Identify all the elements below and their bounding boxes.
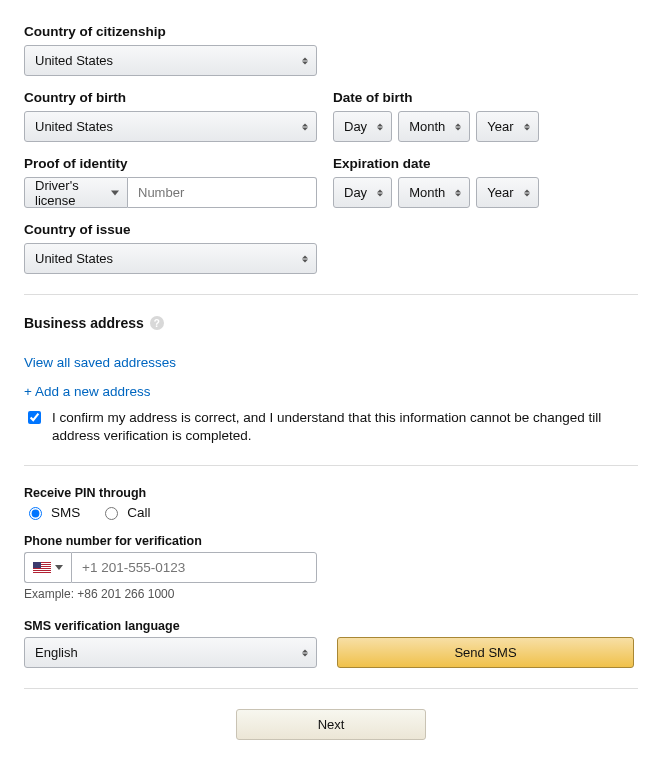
chevron-down-icon <box>111 190 119 195</box>
confirm-address-checkbox[interactable] <box>28 411 41 424</box>
exp-month-value: Month <box>409 185 445 200</box>
exp-year-select[interactable]: Year <box>476 177 538 208</box>
birth-country-value: United States <box>35 119 113 134</box>
chevron-icon <box>524 123 530 130</box>
issue-country-value: United States <box>35 251 113 266</box>
birth-country-select[interactable]: United States <box>24 111 317 142</box>
proof-number-input[interactable] <box>128 177 317 208</box>
citizenship-value: United States <box>35 53 113 68</box>
dob-year-value: Year <box>487 119 513 134</box>
proof-type-value: Driver's license <box>35 178 103 208</box>
view-all-addresses-link[interactable]: View all saved addresses <box>24 355 176 370</box>
dob-label: Date of birth <box>333 90 539 105</box>
next-button[interactable]: Next <box>236 709 426 740</box>
dob-month-value: Month <box>409 119 445 134</box>
dob-year-select[interactable]: Year <box>476 111 538 142</box>
chevron-icon <box>302 123 308 130</box>
exp-month-select[interactable]: Month <box>398 177 470 208</box>
pin-call-radio[interactable] <box>105 507 118 520</box>
sms-lang-label: SMS verification language <box>24 619 638 633</box>
us-flag-icon <box>33 562 51 574</box>
receive-pin-label: Receive PIN through <box>24 486 638 500</box>
chevron-icon <box>302 57 308 64</box>
birth-country-label: Country of birth <box>24 90 317 105</box>
chevron-icon <box>377 189 383 196</box>
chevron-icon <box>455 189 461 196</box>
citizenship-select[interactable]: United States <box>24 45 317 76</box>
chevron-icon <box>377 123 383 130</box>
pin-call-label: Call <box>127 505 150 520</box>
chevron-icon <box>524 189 530 196</box>
expiration-label: Expiration date <box>333 156 539 171</box>
send-sms-button[interactable]: Send SMS <box>337 637 634 668</box>
phone-hint: Example: +86 201 266 1000 <box>24 587 638 601</box>
phone-country-select[interactable] <box>24 552 71 583</box>
chevron-down-icon <box>55 565 63 570</box>
citizenship-label: Country of citizenship <box>24 24 317 39</box>
dob-month-select[interactable]: Month <box>398 111 470 142</box>
sms-language-select[interactable]: English <box>24 637 317 668</box>
exp-day-value: Day <box>344 185 367 200</box>
proof-type-select[interactable]: Driver's license <box>24 177 128 208</box>
issue-country-select[interactable]: United States <box>24 243 317 274</box>
confirm-address-text: I confirm my address is correct, and I u… <box>52 409 638 445</box>
add-new-address-link[interactable]: + Add a new address <box>24 384 150 399</box>
chevron-icon <box>302 255 308 262</box>
exp-year-value: Year <box>487 185 513 200</box>
divider <box>24 465 638 466</box>
phone-input[interactable] <box>71 552 317 583</box>
exp-day-select[interactable]: Day <box>333 177 392 208</box>
proof-label: Proof of identity <box>24 156 317 171</box>
pin-sms-radio[interactable] <box>29 507 42 520</box>
issue-country-label: Country of issue <box>24 222 317 237</box>
dob-day-value: Day <box>344 119 367 134</box>
pin-sms-label: SMS <box>51 505 80 520</box>
chevron-icon <box>455 123 461 130</box>
business-address-title: Business address <box>24 315 144 331</box>
divider <box>24 294 638 295</box>
chevron-icon <box>302 649 308 656</box>
divider <box>24 688 638 689</box>
help-icon[interactable]: ? <box>150 316 164 330</box>
dob-day-select[interactable]: Day <box>333 111 392 142</box>
sms-language-value: English <box>35 645 78 660</box>
phone-label: Phone number for verification <box>24 534 638 548</box>
